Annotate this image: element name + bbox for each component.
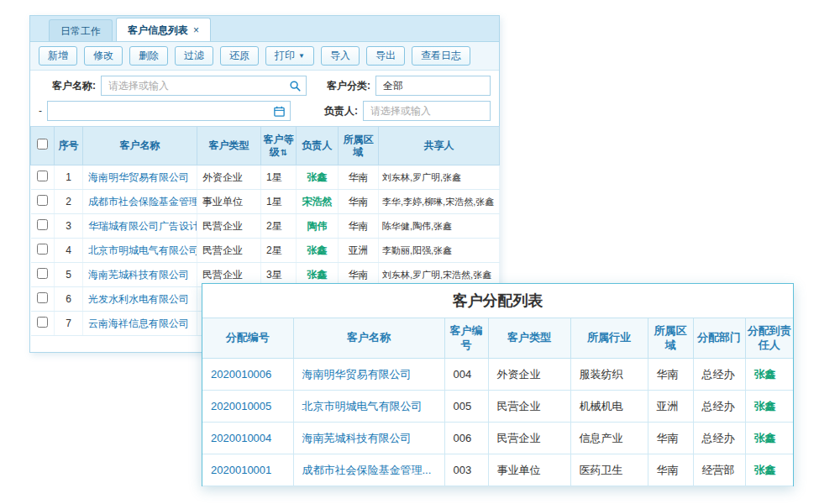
region: 华南 [648,454,693,486]
col-dept: 分配部门 [693,318,745,359]
customer-type: 民营企业 [197,214,261,239]
owner-link[interactable]: 张鑫 [307,269,328,281]
date-range-dash: - [39,105,42,117]
row-no: 6 [55,287,83,312]
customer-name-link[interactable]: 海南芜城科技有限公司 [302,432,412,444]
industry: 机械机电 [570,391,648,423]
row-no: 3 [55,214,83,239]
export-button[interactable]: 导出 [366,46,405,66]
search-icon[interactable] [289,80,302,92]
filter-area: 客户名称: 客户分类: - [30,71,499,126]
row-checkbox[interactable] [37,317,48,328]
shared-people: 李勤丽,阳强,张鑫 [379,239,500,263]
customer-no: 005 [444,391,488,423]
owner-input[interactable] [364,102,490,120]
allocation-title: 客户分配列表 [202,284,793,318]
customer-name-link[interactable]: 海南明华贸易有限公司 [88,171,189,183]
industry: 服装纺织 [570,359,648,391]
customer-row[interactable]: 4 北京市明城电气有限公司 民营企业 2星 张鑫 亚洲 李勤丽,阳强,张鑫 [31,239,500,263]
dept: 总经办 [693,391,745,423]
alloc-no-link[interactable]: 2020010001 [211,464,271,476]
row-checkbox[interactable] [37,244,48,255]
date-input[interactable] [48,102,290,120]
customer-level: 1星 [261,190,297,214]
row-no: 7 [55,312,83,336]
customer-level: 2星 [261,239,297,263]
customer-name-link[interactable]: 光发水利水电有限公司 [88,293,189,305]
calendar-icon[interactable] [273,105,286,118]
owner-link[interactable]: 陶伟 [307,220,328,232]
customer-name-link[interactable]: 北京市明城电气有限公司 [88,244,197,256]
filter-button[interactable]: 过滤 [175,46,213,66]
customer-name-link[interactable]: 北京市明城电气有限公司 [302,400,423,412]
row-checkbox[interactable] [37,195,48,206]
restore-button[interactable]: 还原 [220,46,259,66]
owner-link[interactable]: 张鑫 [307,171,328,183]
allocation-header-row: 分配编号 客户名称 客户编号 客户类型 所属行业 所属区域 分配部门 分配到责任… [202,318,793,359]
customer-type: 外资企业 [197,165,261,190]
alloc-no-link[interactable]: 2020010005 [211,400,271,412]
owner-link[interactable]: 张鑫 [307,244,328,256]
row-checkbox[interactable] [37,171,48,181]
modify-button[interactable]: 修改 [84,46,123,66]
tab-customer-info-list[interactable]: 客户信息列表 × [116,18,211,41]
row-no: 2 [55,190,83,214]
add-button[interactable]: 新增 [39,46,77,66]
customer-category-select[interactable] [376,76,490,95]
row-checkbox[interactable] [37,219,48,230]
customer-type: 民营企业 [197,239,261,263]
col-alloc-no: 分配编号 [202,318,293,359]
allocation-row[interactable]: 2020010001 成都市社会保险基金管理... 003 事业单位 医药卫生 … [202,454,793,486]
customer-name-link[interactable]: 成都市社会保险基金管理... [302,464,432,476]
col-customer-name: 客户名称 [293,318,444,359]
customer-name-link[interactable]: 海南芜城科技有限公司 [88,269,189,281]
assignee-link[interactable]: 张鑫 [754,400,776,412]
customer-row[interactable]: 1 海南明华贸易有限公司 外资企业 1星 张鑫 华南 刘东林,罗广明,张鑫 [31,165,500,190]
col-owner: 负责人 [297,127,339,165]
select-all-checkbox[interactable] [37,139,48,150]
col-customer-type: 客户类型 [197,127,261,165]
customer-no: 006 [444,423,488,454]
customer-row[interactable]: 3 华瑞城有限公司广告设计部 民营企业 2星 陶伟 华南 陈华健,陶伟,张鑫 [31,214,500,239]
assignee-link[interactable]: 张鑫 [754,464,776,476]
region: 华南 [339,190,379,214]
tab-daily-work[interactable]: 日常工作 [49,19,113,41]
allocation-row[interactable]: 2020010005 北京市明城电气有限公司 005 民营企业 机械机电 亚洲 … [202,391,793,423]
row-no: 1 [55,165,83,190]
row-checkbox[interactable] [37,268,48,279]
import-button[interactable]: 导入 [321,46,360,66]
col-region: 所属区域 [648,318,693,359]
assignee-link[interactable]: 张鑫 [754,432,776,444]
customer-name-input[interactable] [102,76,306,95]
customer-name-link[interactable]: 云南海祥信息有限公司 [88,318,189,329]
region: 亚洲 [648,391,693,423]
region: 华南 [339,214,379,239]
print-button[interactable]: 打印 ▼ [265,46,314,66]
allocation-table: 分配编号 客户名称 客户编号 客户类型 所属行业 所属区域 分配部门 分配到责任… [202,318,793,486]
customer-name-link[interactable]: 成都市社会保险基金管理... [88,196,197,207]
col-industry: 所属行业 [570,318,648,359]
row-checkbox[interactable] [37,292,48,303]
alloc-no-link[interactable]: 2020010006 [211,368,271,381]
assignee-link[interactable]: 张鑫 [754,368,776,381]
owner-link[interactable]: 宋浩然 [302,196,333,207]
sort-icon[interactable]: ⇅ [281,148,287,157]
allocation-row[interactable]: 2020010004 海南芜城科技有限公司 006 民营企业 信息产业 华南 总… [202,423,793,454]
tab-customer-info-label: 客户信息列表 [128,20,188,40]
tab-close-icon[interactable]: × [193,25,199,35]
customer-name-link[interactable]: 华瑞城有限公司广告设计部 [88,220,197,232]
filter-row-2: - 负责人: [39,100,491,122]
customer-category-selectbox [375,76,491,96]
allocation-row[interactable]: 2020010006 海南明华贸易有限公司 004 外资企业 服装纺织 华南 总… [202,359,793,391]
delete-button[interactable]: 删除 [129,46,168,66]
row-no: 5 [55,263,83,287]
tab-bar: 日常工作 客户信息列表 × [30,16,499,42]
shared-people: 刘东林,罗广明,张鑫 [379,165,500,190]
region: 华南 [648,359,693,391]
view-log-button[interactable]: 查看日志 [412,46,470,66]
customer-name-link[interactable]: 海南明华贸易有限公司 [302,368,412,381]
col-shared: 共享人 [379,127,500,165]
region: 华南 [339,165,379,190]
alloc-no-link[interactable]: 2020010004 [211,432,271,444]
customer-row[interactable]: 2 成都市社会保险基金管理... 事业单位 1星 宋浩然 华南 李华,李婷,柳琳… [31,190,500,214]
